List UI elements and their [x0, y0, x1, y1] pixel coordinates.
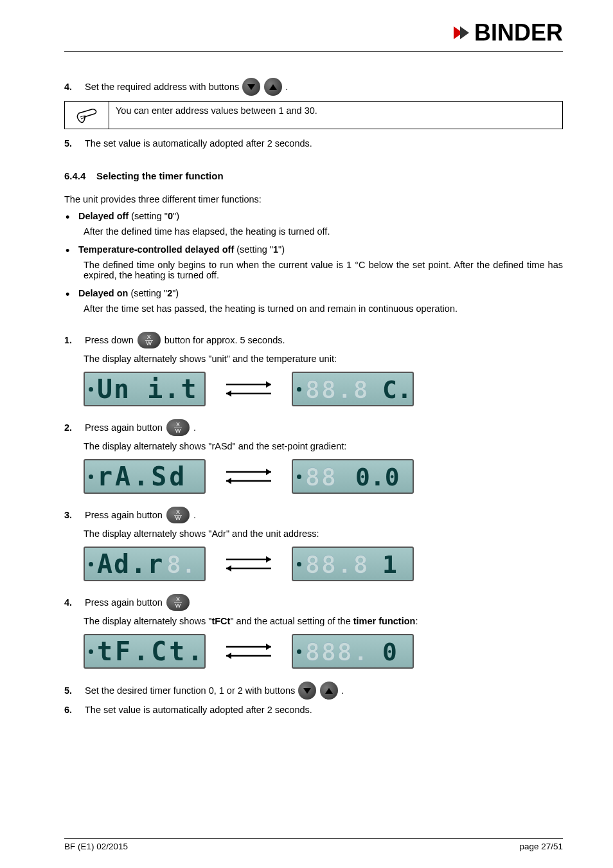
brand-triangle-icon	[452, 23, 470, 43]
svg-marker-1	[460, 26, 469, 39]
proc-2-line: 2. Press again button XW .	[64, 419, 563, 436]
svg-marker-28	[226, 653, 231, 659]
display-row-unit: Un i.t. 88.8C.	[84, 372, 563, 406]
proc-4-line: 4. Press again button XW	[64, 594, 563, 611]
xw-button-icon: XW	[166, 594, 190, 611]
step-4-text-after: .	[285, 82, 288, 92]
down-arrow-icon	[298, 682, 316, 700]
proc-6-line: 6. The set value is automatically adopte…	[64, 705, 563, 715]
svg-text:C.: C.	[382, 376, 408, 402]
xw-button-icon: XW	[166, 419, 190, 436]
svg-marker-19	[266, 556, 271, 563]
page-footer: BF (E1) 02/2015 page 27/51	[64, 838, 563, 851]
proc-3-line: 3. Press again button XW .	[64, 507, 563, 523]
lcd-display-value: 88.8C.	[292, 372, 414, 406]
bullet-item: Temperature-controlled delayed off (sett…	[64, 244, 563, 280]
step-number: 5.	[64, 138, 78, 149]
svg-text:rA.Sd: rA.Sd	[97, 464, 187, 489]
double-arrow-icon	[220, 640, 278, 662]
step-5-text: The set value is automatically adopted a…	[85, 138, 312, 149]
proc2-sub: The display alternately shows "rASd" and…	[84, 441, 563, 451]
xw-button-icon: XW	[138, 332, 161, 348]
page-header: BINDER	[64, 19, 563, 52]
lcd-display-value: 880.0	[292, 459, 414, 494]
section-number: 6.4.4	[64, 170, 85, 181]
up-arrow-icon	[264, 78, 282, 96]
bullet-item: Delayed off (setting "0") After the defi…	[64, 211, 563, 237]
proc-5-line: 5. Set the desired timer function 0, 1 o…	[64, 682, 563, 700]
step-4-line: 4. Set the required address with buttons…	[64, 78, 563, 96]
svg-marker-21	[226, 565, 231, 572]
svg-text:0.0: 0.0	[355, 464, 400, 489]
section-heading: 6.4.4 Selecting the timer function	[64, 170, 563, 181]
brand-name: BINDER	[474, 19, 563, 46]
step-number: 4.	[64, 82, 78, 92]
svg-marker-6	[226, 390, 231, 397]
info-text: You can enter address values between 1 a…	[109, 102, 562, 129]
pointing-hand-icon	[65, 102, 109, 129]
svg-text:Un i.t.: Un i.t.	[97, 376, 200, 402]
xw-button-icon: XW	[166, 507, 190, 523]
step-5-line: 5. The set value is automatically adopte…	[64, 138, 563, 149]
svg-text:0: 0	[382, 638, 397, 664]
bullet-bold: Delayed off	[78, 211, 129, 221]
display-row-tfct: tF.Ct. 888.0	[84, 634, 563, 669]
section-title: Selecting the timer function	[96, 170, 224, 181]
double-arrow-icon	[220, 378, 278, 400]
svg-text:1: 1	[382, 551, 397, 577]
svg-text:88.8: 88.8	[305, 376, 369, 402]
svg-text:888.: 888.	[305, 638, 369, 664]
svg-text:tF.Ct.: tF.Ct.	[97, 638, 200, 664]
svg-text:Ad.r: Ad.r	[97, 551, 164, 577]
proc1-sub: The display alternately shows "unit" and…	[84, 354, 563, 364]
down-arrow-icon	[242, 78, 260, 96]
proc-1-line: 1. Press down XW button for approx. 5 se…	[64, 332, 563, 348]
brand-logo: BINDER	[452, 19, 563, 46]
bullet-sub: The defined time only begins to run when…	[84, 260, 563, 280]
step-4-text: Set the required address with buttons	[85, 82, 239, 92]
footer-right: page 27/51	[519, 842, 563, 851]
svg-text:8.: 8.	[166, 551, 196, 577]
lcd-display-unit: Un i.t.	[84, 372, 206, 406]
svg-text:88.8: 88.8	[305, 551, 369, 577]
svg-text:88: 88	[305, 464, 337, 489]
display-row-adr: Ad.r8. 88.81	[84, 547, 563, 581]
lcd-display-value: 88.81	[292, 547, 414, 581]
display-row-rasd: rA.Sd 880.0	[84, 459, 563, 494]
intro-text: The unit provides three different timer …	[64, 194, 563, 204]
bullet-item: Delayed on (setting "2") After the time …	[64, 288, 563, 314]
info-box: You can enter address values between 1 a…	[64, 101, 563, 129]
lcd-display-rasd: rA.Sd	[84, 459, 206, 494]
svg-marker-4	[266, 381, 271, 388]
bullet-bold: Delayed on	[78, 288, 128, 298]
lcd-display-adr: Ad.r8.	[84, 547, 206, 581]
svg-marker-13	[226, 478, 231, 484]
svg-marker-11	[266, 469, 271, 475]
bullet-sub: After the defined time has elapsed, the …	[84, 226, 563, 237]
lcd-display-value: 888.0	[292, 634, 414, 669]
proc4-sub: The display alternately shows "tFCt" and…	[84, 616, 563, 626]
double-arrow-icon	[220, 553, 278, 575]
lcd-display-tfct: tF.Ct.	[84, 634, 206, 669]
footer-left: BF (E1) 02/2015	[64, 842, 128, 851]
svg-marker-26	[266, 644, 271, 650]
bullet-list: Delayed off (setting "0") After the defi…	[64, 211, 563, 314]
up-arrow-icon	[320, 682, 338, 700]
bullet-bold: Temperature-controlled delayed off	[78, 244, 234, 255]
double-arrow-icon	[220, 466, 278, 487]
proc3-sub: The display alternately shows "Adr" and …	[84, 529, 563, 539]
bullet-sub: After the time set has passed, the heati…	[84, 303, 563, 314]
